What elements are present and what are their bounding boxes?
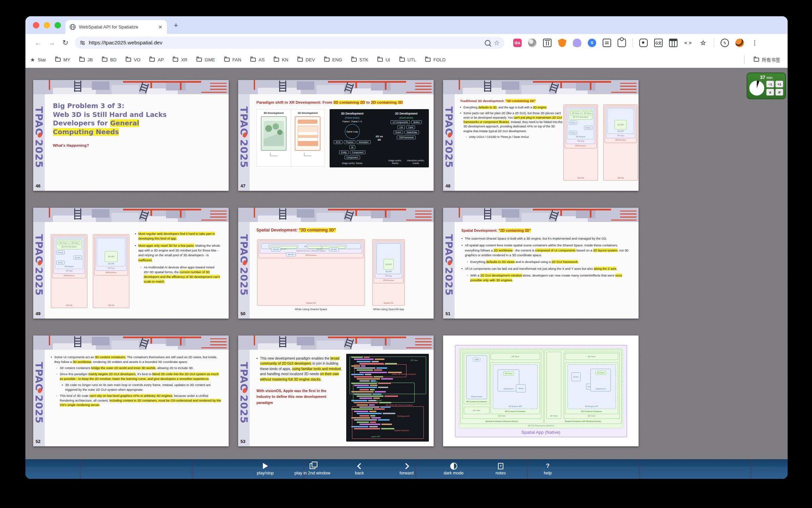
- slide-card-51[interactable]: TPAC 202551Spatial Development: "2D cont…: [443, 208, 639, 319]
- slide-card-48[interactable]: TPAC 202548Traditional 3D development: "…: [443, 80, 639, 191]
- bookmark-label: STK: [359, 57, 368, 62]
- control-forward[interactable]: forward: [392, 463, 421, 475]
- bookmark-folder-utl[interactable]: UTL: [399, 57, 416, 62]
- metamask-extension-icon[interactable]: [558, 39, 566, 47]
- menu-dots-icon[interactable]: ⋮: [750, 39, 759, 47]
- control-play-in-2nd-window[interactable]: play in 2nd window: [297, 463, 327, 475]
- diagram-box: 2D API3D APIXR App: [606, 107, 635, 138]
- bullet-item: ◦Everything defaults to 2D views and is …: [467, 260, 632, 264]
- column-captions: image-centric, framesinteraction-centric…: [387, 159, 426, 165]
- slide-card-49[interactable]: TPAC 2025492D View2D View2D GUI Renderer…: [33, 208, 229, 319]
- ui-chips: UI ComponentsButtonListCard: [387, 120, 426, 129]
- text-segment: Web 3D is Still Hard and Lacks: [53, 111, 167, 119]
- tab-close-icon[interactable]: ✕: [158, 24, 163, 30]
- bookmark-folder-ap[interactable]: AP: [149, 57, 164, 62]
- annotation-label: Layout API: [371, 435, 380, 438]
- forward-button[interactable]: →: [45, 39, 59, 47]
- bookmark-folder-dev[interactable]: DEV: [297, 57, 315, 62]
- sider-extension-icon[interactable]: S: [588, 39, 596, 47]
- slide-body: •This new development paradigm enables t…: [250, 350, 434, 446]
- control-dark-mode[interactable]: dark mode: [439, 463, 469, 475]
- control-help[interactable]: ?help: [533, 463, 563, 475]
- diagram-box: 2D API3D APIXR AppXR Runtime: [374, 241, 403, 283]
- text-segment: bridge the outer 2D world and inner 3D w…: [91, 366, 155, 370]
- diagram-box: 2D View: [570, 111, 581, 115]
- folder-icon: [250, 58, 256, 62]
- slide-side-strip: TPAC 202551: [443, 222, 455, 319]
- title-line: Developers for General: [53, 119, 222, 128]
- diagram-label: Attachment: [499, 387, 518, 390]
- slide-number: 49: [36, 311, 40, 316]
- slide-card-47[interactable]: TPAC 202547Paradigm shift in XR Developm…: [238, 80, 434, 191]
- bookmark-folder-ui[interactable]: UI: [377, 57, 390, 62]
- screenshot-lens-icon[interactable]: [639, 39, 648, 47]
- bookmark-folder-stk[interactable]: STK: [351, 57, 368, 62]
- text-segment: 2D layout system: [593, 248, 618, 252]
- timer-plus-one-button[interactable]: +1: [775, 81, 783, 87]
- close-window-button[interactable]: [33, 22, 39, 28]
- profile-avatar[interactable]: [735, 39, 744, 47]
- devtools-code-icon[interactable]: < >: [684, 39, 692, 47]
- slide-card-46[interactable]: TPAC 202546Big Problem 3 of 3:Web 3D is …: [33, 80, 229, 191]
- timer-pause-button[interactable]: II: [766, 89, 774, 96]
- sparkle-star-icon[interactable]: ☆: [699, 39, 707, 47]
- zoom-window-button[interactable]: [55, 22, 61, 28]
- trash-extension-icon[interactable]: [543, 39, 551, 47]
- site-settings-tune-icon[interactable]: [80, 40, 85, 46]
- bookmark-folder-vo[interactable]: VO: [126, 57, 141, 62]
- browser-tab[interactable]: WebSpatial API for Spatialize ✕: [65, 20, 167, 34]
- desktop-background: { "window": { "tab_title": "WebSpatial A…: [0, 0, 812, 508]
- bullet-marker: ◦: [467, 260, 468, 264]
- bookmark-item-star[interactable]: ★Star: [30, 57, 46, 63]
- energy-saver-icon[interactable]: ϟ: [721, 39, 729, 47]
- bullet-text: Some UI components act as 3D content con…: [54, 355, 223, 365]
- bookmark-folder-bd[interactable]: BD: [102, 57, 117, 62]
- extensions-puzzle-icon[interactable]: [618, 39, 626, 47]
- all-bookmarks-button[interactable]: 所有书签: [754, 56, 780, 63]
- back-button[interactable]: ←: [32, 39, 45, 47]
- bookmark-folder-fold[interactable]: FOLD: [425, 57, 445, 62]
- diagram-box: 3D API2D APISpatial App: [321, 245, 347, 247]
- bookmark-folder-my[interactable]: MY: [55, 57, 70, 62]
- diagram-chip: AI: [349, 145, 355, 149]
- control-back[interactable]: back: [345, 463, 374, 475]
- diagram-box: USDModel Asset3D Content Container: [464, 353, 490, 405]
- bookmark-folder-as[interactable]: AS: [250, 57, 265, 62]
- slide-card-53[interactable]: TPAC 202553•This new development paradig…: [238, 336, 434, 446]
- translate-extension-icon[interactable]: 中A: [513, 39, 522, 47]
- reading-grid-icon[interactable]: [669, 39, 678, 47]
- new-tab-button[interactable]: +: [174, 22, 178, 29]
- notebook-extension-icon[interactable]: [603, 39, 611, 47]
- reload-button[interactable]: ↻: [59, 39, 72, 47]
- control-notes[interactable]: ?notes: [486, 463, 516, 475]
- banner-shape: [279, 208, 286, 220]
- swirl-extension-icon[interactable]: [528, 39, 537, 47]
- bookmark-folder-kn[interactable]: KN: [274, 57, 288, 62]
- slide-card-50[interactable]: TPAC 202550Spatial Development: "2D cont…: [238, 208, 434, 319]
- timer-minus-one-button[interactable]: −1: [766, 81, 774, 87]
- bookmark-star-icon[interactable]: ☆: [494, 39, 500, 47]
- minimize-window-button[interactable]: [44, 22, 50, 28]
- url-text[interactable]: https://tpac2025.webspatial.dev: [89, 40, 481, 46]
- bookmark-folder-fan[interactable]: FAN: [224, 57, 241, 62]
- bookmark-folder-xr[interactable]: XR: [173, 57, 187, 62]
- google-translate-icon[interactable]: G文: [654, 39, 663, 47]
- diagram-box: 2D View2D View2D GUI RendererEntityEntit…: [51, 234, 87, 308]
- text-segment: .: [164, 280, 165, 283]
- bookmark-folder-gme[interactable]: GME: [196, 57, 215, 62]
- timer-reset-button[interactable]: ↺: [775, 89, 783, 96]
- slide-grid: TPAC 202546Big Problem 3 of 3:Web 3D is …: [33, 80, 639, 446]
- dev-comparison-figure: 3D Development2D Development: [256, 109, 325, 167]
- bookmark-folder-jb[interactable]: JB: [79, 57, 93, 62]
- slide-card-52[interactable]: TPAC 202552•Some UI components act as 3D…: [33, 336, 229, 446]
- control-play-stop[interactable]: play/stop: [250, 463, 280, 475]
- control-label: notes: [496, 471, 506, 475]
- bookmark-folder-eng[interactable]: ENG: [324, 57, 342, 62]
- phantom-extension-icon[interactable]: [573, 39, 581, 47]
- slide-body-text: Spatial Development: "2D containing 3D"•…: [455, 222, 639, 283]
- timer-readout: 37 min: [749, 75, 783, 80]
- text-segment: .: [209, 377, 210, 381]
- slide-card-54[interactable]: USDModel Asset3D Content Container2D Vie…: [443, 336, 639, 446]
- zoom-search-icon[interactable]: [485, 40, 491, 46]
- address-bar[interactable]: https://tpac2025.webspatial.dev ☆: [75, 37, 504, 49]
